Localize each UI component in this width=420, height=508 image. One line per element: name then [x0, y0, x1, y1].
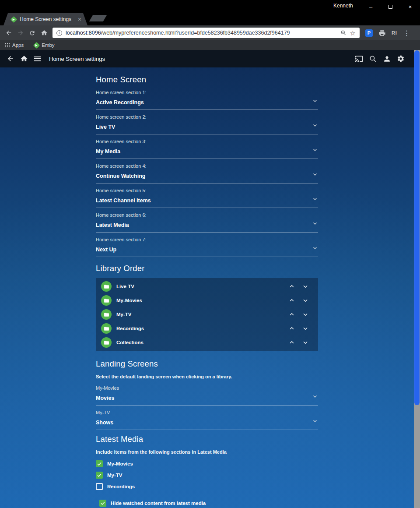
move-down-button[interactable] — [300, 309, 311, 320]
url-bar[interactable]: i localhost:8096/web/mypreferenceshome.h… — [52, 28, 360, 38]
select-home-section-4: Home screen section 4: Continue Watching — [96, 163, 318, 183]
chevron-down-icon — [302, 283, 309, 290]
move-down-button[interactable] — [300, 281, 311, 292]
app-menu-button[interactable] — [32, 52, 43, 65]
select-control[interactable]: Continue Watching — [96, 172, 318, 183]
select-control[interactable]: Shows — [96, 418, 318, 430]
library-row[interactable]: Live TV — [96, 279, 318, 293]
search-button[interactable] — [368, 52, 378, 65]
hide-watched-row[interactable]: Hide watched content from latest media — [99, 500, 318, 507]
check-icon — [97, 473, 102, 478]
checkbox[interactable] — [99, 500, 106, 507]
app-home-button[interactable] — [18, 52, 29, 65]
info-icon[interactable]: i — [56, 30, 62, 36]
extension-p-button[interactable]: P — [365, 29, 373, 37]
checkbox-row[interactable]: My-TV — [96, 472, 318, 479]
scrollbar-track[interactable] — [414, 50, 420, 508]
chevron-down-icon — [312, 245, 318, 250]
extension-ri-label: RI — [392, 30, 397, 35]
move-down-button[interactable] — [300, 337, 311, 348]
library-row[interactable]: Recordings — [96, 321, 318, 335]
select-label: Home screen section 5: — [96, 187, 318, 194]
page-content: Home Screen settings Home Screen Home sc… — [0, 50, 420, 508]
move-up-button[interactable] — [286, 323, 298, 334]
select-control[interactable]: Movies — [96, 394, 318, 406]
chevron-up-icon — [288, 311, 295, 318]
select-control[interactable]: Live TV — [96, 123, 318, 134]
folder-button[interactable] — [101, 281, 112, 292]
library-row[interactable]: My-TV — [96, 307, 318, 321]
browser-tab[interactable]: Home Screen settings × — [4, 13, 88, 25]
select-control[interactable]: Latest Channel Items — [96, 196, 318, 208]
checkbox-label: My-TV — [107, 473, 122, 478]
print-button[interactable] — [378, 29, 386, 37]
folder-button[interactable] — [101, 295, 112, 306]
select-label: My-Movies — [96, 385, 318, 391]
forward-button[interactable] — [14, 27, 26, 39]
folder-icon — [104, 326, 109, 332]
folder-button[interactable] — [101, 337, 112, 348]
emby-favicon — [10, 16, 18, 23]
chevron-down-icon — [302, 339, 309, 346]
settings-button[interactable] — [396, 52, 406, 65]
select-control[interactable]: Next Up — [96, 245, 318, 257]
library-order-list: Live TV My-Movies My-TV — [96, 278, 318, 351]
select-control[interactable]: My Media — [96, 147, 318, 159]
apps-shortcut[interactable]: Apps — [5, 42, 24, 48]
close-icon: × — [409, 4, 412, 10]
tab-close-icon[interactable]: × — [78, 16, 81, 23]
new-tab-button[interactable] — [89, 15, 107, 21]
chevron-down-icon — [312, 394, 318, 399]
checkbox-row[interactable]: My-Movies — [96, 460, 318, 467]
zoom-icon[interactable] — [340, 30, 346, 36]
move-up-button[interactable] — [286, 309, 298, 320]
minimize-button[interactable]: – — [361, 0, 381, 13]
extension-ri-button[interactable]: RI — [392, 30, 397, 35]
reload-icon — [29, 30, 35, 36]
select-label: Home screen section 3: — [96, 138, 318, 145]
chevron-down-icon — [312, 123, 318, 128]
checkbox[interactable] — [96, 460, 103, 467]
url-host: localhost:8096 — [66, 30, 101, 36]
home-button[interactable] — [38, 27, 50, 39]
reload-button[interactable] — [26, 27, 38, 39]
chevron-down-icon — [312, 98, 318, 103]
move-up-button[interactable] — [286, 281, 298, 292]
back-button[interactable] — [3, 27, 14, 39]
folder-button[interactable] — [101, 309, 112, 320]
browser-menu-button[interactable]: ⋮ — [402, 29, 411, 37]
folder-button[interactable] — [101, 323, 112, 334]
emby-bookmark[interactable]: Emby — [34, 42, 54, 48]
folder-icon — [104, 340, 109, 346]
chevron-down-icon — [312, 172, 318, 177]
folder-icon — [104, 312, 109, 318]
library-row[interactable]: Collections — [96, 335, 318, 349]
scrollbar-thumb[interactable] — [414, 50, 420, 405]
folder-icon — [104, 298, 109, 303]
section-title-library-order: Library Order — [96, 263, 318, 274]
bookmarks-bar: Apps Emby — [0, 40, 420, 50]
chevron-up-icon — [288, 339, 295, 346]
checkbox[interactable] — [96, 483, 103, 490]
select-landing-my-movies: My-Movies Movies — [96, 385, 318, 406]
cast-button[interactable] — [354, 52, 364, 65]
select-control[interactable]: Active Recordings — [96, 98, 318, 110]
checkbox-label: Hide watched content from latest media — [111, 501, 206, 506]
user-button[interactable] — [382, 52, 392, 65]
app-back-button[interactable] — [5, 52, 16, 65]
move-up-button[interactable] — [286, 337, 298, 348]
profile-name: Kenneth — [333, 3, 353, 9]
close-button[interactable]: × — [400, 0, 420, 13]
select-control[interactable]: Latest Media — [96, 221, 318, 233]
checkbox[interactable] — [96, 472, 103, 479]
move-down-button[interactable] — [300, 295, 311, 306]
select-home-section-2: Home screen section 2: Live TV — [96, 114, 318, 134]
bookmark-star-icon[interactable]: ☆ — [350, 30, 356, 36]
select-value: Continue Watching — [96, 173, 145, 179]
maximize-button[interactable] — [381, 0, 400, 13]
checkbox-row[interactable]: Recordings — [96, 483, 318, 490]
move-up-button[interactable] — [286, 295, 298, 306]
tab-bar: Home Screen settings × — [0, 13, 420, 25]
move-down-button[interactable] — [300, 323, 311, 334]
library-row[interactable]: My-Movies — [96, 293, 318, 307]
